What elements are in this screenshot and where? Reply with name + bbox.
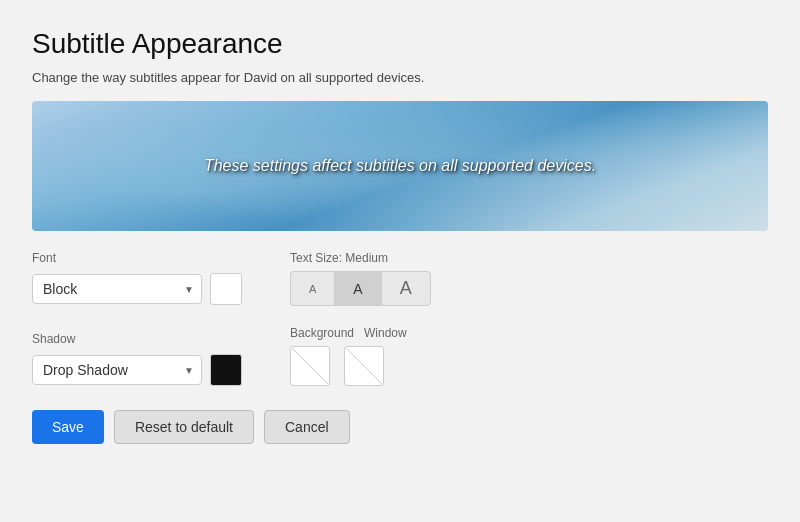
font-row: Block Arial Times New Roman Courier Helv… xyxy=(32,273,242,305)
window-label: Window xyxy=(364,326,414,340)
text-size-label: Text Size: Medium xyxy=(290,251,431,265)
shadow-control-group: Shadow Drop Shadow None Raised Depressed… xyxy=(32,332,242,386)
cancel-button[interactable]: Cancel xyxy=(264,410,350,444)
size-buttons-group: A A A xyxy=(290,271,431,306)
shadow-color-picker[interactable] xyxy=(210,354,242,386)
shadow-select-wrapper: Drop Shadow None Raised Depressed Unifor… xyxy=(32,355,202,385)
page-title: Subtitle Appearance xyxy=(32,28,768,60)
font-control-group: Font Block Arial Times New Roman Courier… xyxy=(32,251,242,306)
text-size-medium-button[interactable]: A xyxy=(334,271,380,306)
shadow-select[interactable]: Drop Shadow None Raised Depressed Unifor… xyxy=(32,355,202,385)
preview-text: These settings affect subtitles on all s… xyxy=(204,157,596,175)
shadow-row: Drop Shadow None Raised Depressed Unifor… xyxy=(32,354,242,386)
background-color-picker[interactable] xyxy=(290,346,330,386)
text-size-small-button[interactable]: A xyxy=(290,271,334,306)
text-size-group: Text Size: Medium A A A xyxy=(290,251,431,306)
background-label: Background xyxy=(290,326,330,340)
reset-button[interactable]: Reset to default xyxy=(114,410,254,444)
font-select-wrapper: Block Arial Times New Roman Courier Helv… xyxy=(32,274,202,304)
font-label: Font xyxy=(32,251,242,265)
font-select[interactable]: Block Arial Times New Roman Courier Helv… xyxy=(32,274,202,304)
window-color-picker[interactable] xyxy=(344,346,384,386)
shadow-label: Shadow xyxy=(32,332,242,346)
font-color-picker[interactable] xyxy=(210,273,242,305)
page-description: Change the way subtitles appear for Davi… xyxy=(32,70,768,85)
save-button[interactable]: Save xyxy=(32,410,104,444)
text-size-large-button[interactable]: A xyxy=(381,271,431,306)
bg-window-controls: Background Window xyxy=(290,326,414,386)
bg-window-row xyxy=(290,346,414,386)
action-buttons: Save Reset to default Cancel xyxy=(32,410,768,444)
subtitle-preview: These settings affect subtitles on all s… xyxy=(32,101,768,231)
bg-window-labels: Background Window xyxy=(290,326,414,340)
